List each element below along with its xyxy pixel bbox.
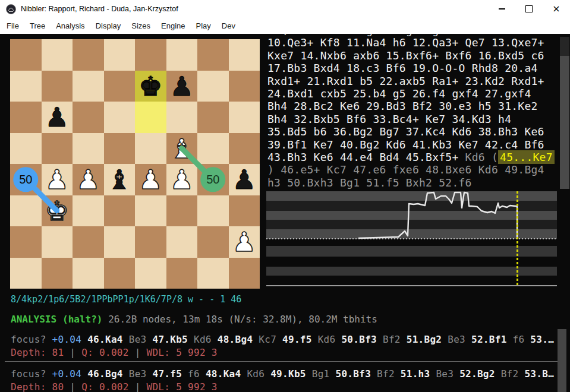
square-a4[interactable] — [10, 164, 42, 195]
engine-token[interactable]: +0.04 — [52, 334, 82, 345]
square-g1[interactable] — [197, 258, 229, 289]
square-f6[interactable] — [166, 102, 198, 133]
white-king-b3[interactable]: ♚ — [42, 195, 73, 227]
white-bishop-f5[interactable]: ♝ — [166, 133, 198, 165]
move-text[interactable]: h3 50.Bxh3 Bg1 51.f5 Bxh2 52.f6 — [267, 176, 472, 189]
square-h8[interactable] — [229, 39, 260, 71]
engine-token[interactable]: Be3 — [129, 368, 147, 380]
square-b1[interactable] — [42, 258, 73, 289]
move-text[interactable]: 24.Bxd1 cxb5 25.b4 g5 26.f4 gxf4 27.gxf4 — [267, 87, 531, 100]
engine-token[interactable]: 52.Bf1 — [471, 334, 507, 345]
square-g8[interactable] — [197, 39, 229, 71]
chess-board[interactable]: ♚♟♟♝♟♟♝♟♟♟♚♟ 5050 — [10, 39, 260, 289]
engine-token[interactable]: Bf2 — [377, 368, 395, 380]
focus-toggle[interactable]: focus? — [11, 334, 46, 345]
engine-token[interactable]: 46.Bg4 — [87, 368, 123, 380]
square-a5[interactable] — [10, 133, 42, 165]
menu-item-display[interactable]: Display — [90, 18, 127, 34]
engine-token[interactable]: Bf2 — [383, 334, 401, 345]
engine-token[interactable]: Be3 — [129, 334, 147, 345]
menu-item-dev[interactable]: Dev — [216, 18, 241, 34]
current-move[interactable]: 45...Ke7 — [498, 150, 555, 164]
square-e6[interactable] — [135, 102, 166, 133]
engine-token[interactable]: 47.f5 — [152, 368, 182, 380]
square-f2[interactable] — [166, 226, 198, 258]
white-pawn-f4[interactable]: ♟ — [166, 164, 198, 195]
square-d8[interactable] — [104, 39, 136, 71]
square-c2[interactable] — [73, 226, 104, 258]
move-text[interactable]: 17.Bb3 Bxd4 18.c3 Bf6 19.O-O-O Rhd8 20.a… — [267, 62, 538, 74]
square-a7[interactable] — [10, 71, 42, 102]
square-f1[interactable] — [166, 258, 198, 289]
square-f8[interactable] — [166, 39, 198, 71]
engine-token[interactable]: 49.f5 — [282, 334, 312, 345]
square-e2[interactable] — [135, 226, 166, 258]
square-e3[interactable] — [135, 195, 166, 227]
square-d1[interactable] — [104, 258, 136, 289]
engine-token[interactable]: 48.Bg4 — [218, 334, 253, 345]
engine-token[interactable]: 50.Bf3 — [335, 368, 371, 380]
square-d6[interactable] — [104, 102, 136, 133]
move-text[interactable]: ) 46.e5+ Kc7 47.e6 fxe6 48.Bxe6 Kd6 49.B… — [267, 163, 544, 176]
menu-item-play[interactable]: Play — [191, 18, 216, 34]
square-c8[interactable] — [73, 39, 104, 71]
move-text[interactable]: 43.Bh3 Ke6 44.e4 Bd4 45.Bxf5+ — [267, 151, 465, 163]
maximize-button[interactable] — [515, 0, 543, 18]
move-text[interactable]: Bh4 28.Bc2 Ke6 29.Bd3 Bf2 30.e3 h5 31.Ke… — [267, 100, 538, 112]
square-h6[interactable] — [229, 102, 260, 133]
focus-toggle[interactable]: focus? — [11, 368, 46, 380]
move-text[interactable]: Bh4 32.Bxb5 Bf6 33.Bc4+ Ke7 34.Kd3 h4 — [267, 113, 511, 125]
square-g3[interactable] — [197, 195, 229, 227]
move-text[interactable]: Rxd1+ 21.Rxd1 b5 22.axb5 Ra1+ 23.Kd2 Rxd… — [267, 75, 544, 87]
move-list-scrollbar[interactable] — [560, 37, 569, 189]
square-h1[interactable] — [229, 258, 260, 289]
move-list[interactable]: 7.Qd2 h6 8.Bh4 g5 9.Bg3 Bg710.Qe3+ Kf8 1… — [267, 34, 560, 189]
square-h5[interactable] — [229, 133, 260, 165]
minimize-button[interactable] — [488, 0, 515, 18]
engine-token[interactable]: 51.Bg2 — [407, 334, 442, 345]
engine-token[interactable]: 48.Ka4 — [206, 368, 241, 380]
square-c7[interactable] — [73, 71, 104, 102]
engine-token[interactable]: 47.Kb5 — [152, 334, 188, 345]
engine-token[interactable]: 49.Kb5 — [270, 368, 306, 380]
black-pawn-b6[interactable]: ♟ — [42, 102, 73, 133]
square-e5[interactable] — [135, 133, 166, 165]
black-bishop-d4[interactable]: ♝ — [104, 164, 136, 195]
menu-item-engine[interactable]: Engine — [156, 18, 190, 34]
move-text[interactable]: 39.Bf1 Ke7 40.Bg2 Kd6 41.Kb3 Ke7 42.c4 B… — [267, 138, 544, 151]
square-c1[interactable] — [73, 258, 104, 289]
engine-token[interactable]: 51.h3 — [401, 368, 430, 380]
engine-token[interactable]: Be3 — [448, 334, 465, 345]
square-b5[interactable] — [42, 133, 73, 165]
move-text[interactable]: Kxe7 14.Nxb6 axb6 15.Bxf6+ Bxf6 16.Bxd5 … — [267, 49, 544, 62]
square-a2[interactable] — [10, 226, 42, 258]
square-d3[interactable] — [104, 195, 136, 227]
white-pawn-e4[interactable]: ♟ — [135, 164, 166, 195]
square-g6[interactable] — [197, 102, 229, 133]
move-text[interactable]: Kd6 ( — [465, 151, 498, 163]
square-a8[interactable] — [10, 39, 42, 71]
engine-token[interactable]: 53.B… — [524, 368, 554, 380]
move-text[interactable]: 35.Bd5 b6 36.Bg2 Bg7 37.Kc4 Kd6 38.Bh3 K… — [267, 125, 544, 138]
square-d5[interactable] — [104, 133, 136, 165]
white-pawn-b4[interactable]: ♟ — [42, 164, 73, 195]
engine-token[interactable]: 52.Bg2 — [459, 368, 495, 380]
menu-item-tree[interactable]: Tree — [24, 18, 51, 34]
engine-token[interactable]: Kd6 — [247, 368, 264, 380]
square-g7[interactable] — [197, 71, 229, 102]
square-c5[interactable] — [73, 133, 104, 165]
square-c3[interactable] — [73, 195, 104, 227]
square-e1[interactable] — [135, 258, 166, 289]
square-g4[interactable] — [197, 164, 229, 195]
square-a1[interactable] — [10, 258, 42, 289]
square-h7[interactable] — [229, 71, 260, 102]
engine-token[interactable]: Kc7 — [259, 334, 276, 345]
engine-token[interactable]: f6 — [513, 334, 525, 345]
square-a6[interactable] — [10, 102, 42, 133]
engine-token[interactable]: 46.Ka4 — [87, 334, 123, 345]
square-d2[interactable] — [104, 226, 136, 258]
engine-token[interactable]: 53.… — [530, 334, 554, 345]
square-f3[interactable] — [166, 195, 198, 227]
engine-token[interactable]: Bf2 — [501, 368, 519, 380]
square-g5[interactable] — [197, 133, 229, 165]
